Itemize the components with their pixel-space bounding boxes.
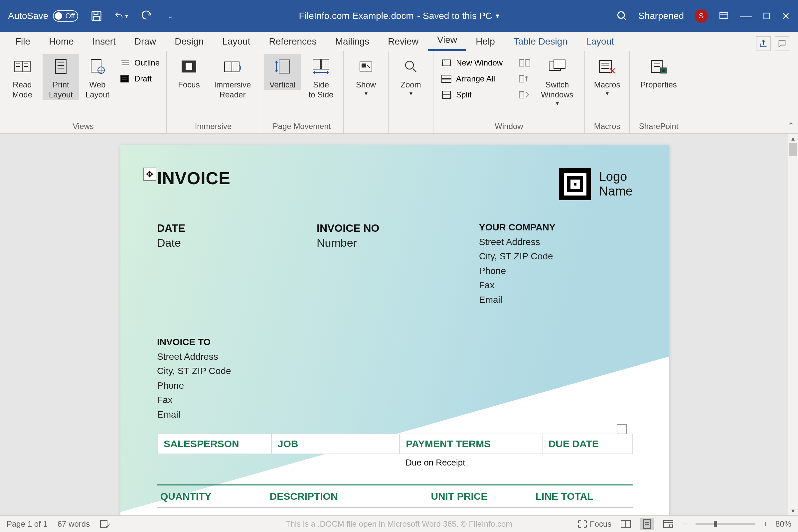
word-count[interactable]: 67 words xyxy=(58,519,90,529)
maximize-button[interactable] xyxy=(762,12,771,20)
properties-button[interactable]: S Properties xyxy=(634,54,684,90)
user-avatar[interactable]: S xyxy=(694,9,708,23)
web-layout-button[interactable]: Web Layout xyxy=(81,54,114,100)
invoice-meta-table[interactable]: SALESPERSON JOB PAYMENT TERMS DUE DATE D… xyxy=(157,434,633,471)
svg-rect-17 xyxy=(362,64,366,67)
company-address[interactable]: Street Address City, ST ZIP Code Phone F… xyxy=(479,235,633,307)
side-to-side-button[interactable]: Side to Side xyxy=(303,54,339,100)
qat-customize-icon[interactable]: ⌄ xyxy=(163,9,177,23)
autosave-label: AutoSave xyxy=(8,11,48,21)
autosave-control[interactable]: AutoSave Off xyxy=(8,10,78,22)
comments-icon[interactable] xyxy=(775,36,790,51)
switch-windows-icon xyxy=(546,56,568,77)
tab-help[interactable]: Help xyxy=(466,32,504,51)
group-macros: Macros ▾ Macros xyxy=(585,51,630,133)
svg-rect-19 xyxy=(442,60,450,66)
tab-table-design[interactable]: Table Design xyxy=(504,32,577,51)
zoom-out-button[interactable]: − xyxy=(683,519,688,529)
tab-layout[interactable]: Layout xyxy=(213,32,259,51)
table-resize-handle[interactable] xyxy=(617,424,627,434)
print-layout-icon xyxy=(50,56,72,77)
web-layout-view-button[interactable] xyxy=(661,518,675,530)
side-to-side-icon xyxy=(310,56,332,77)
outline-button[interactable]: Outline xyxy=(116,56,162,70)
company-logo-block[interactable]: Logo Name xyxy=(559,168,633,200)
invoice-no-value[interactable]: Number xyxy=(317,236,476,249)
line-items-table[interactable]: QUANTITY DESCRIPTION UNIT PRICE LINE TOT… xyxy=(157,484,633,508)
filename: FileInfo.com Example.docm xyxy=(299,11,413,21)
read-mode-view-button[interactable] xyxy=(619,518,633,530)
new-window-button[interactable]: New Window xyxy=(438,56,514,70)
zoom-value[interactable]: 80% xyxy=(775,519,791,529)
save-icon[interactable] xyxy=(90,9,104,23)
focus-mode-button[interactable]: Focus xyxy=(578,519,611,529)
switch-windows-button[interactable]: Switch Windows ▾ xyxy=(534,54,580,108)
arrange-all-icon xyxy=(440,74,453,84)
tab-mailings[interactable]: Mailings xyxy=(326,32,379,51)
ribbon-display-icon[interactable] xyxy=(719,11,729,21)
tab-design[interactable]: Design xyxy=(165,32,213,51)
sync-scrolling-button[interactable] xyxy=(516,72,532,86)
username[interactable]: Sharpened xyxy=(638,11,684,21)
tab-file[interactable]: File xyxy=(6,32,40,51)
title-center: FileInfo.com Example.docm - Saved to thi… xyxy=(299,11,499,21)
immersive-reader-button[interactable]: Immersive Reader xyxy=(209,54,256,100)
svg-rect-13 xyxy=(279,60,290,73)
svg-rect-29 xyxy=(599,60,611,73)
undo-icon[interactable]: ▾ xyxy=(114,9,128,23)
close-button[interactable]: ✕ xyxy=(782,10,790,22)
tab-layout-contextual[interactable]: Layout xyxy=(577,32,624,51)
invoice-title[interactable]: INVOICE xyxy=(157,168,559,188)
collapse-ribbon-icon[interactable]: ⌃ xyxy=(787,121,795,131)
print-layout-view-button[interactable] xyxy=(640,518,654,530)
titlebar-right: Sharpened S — ✕ xyxy=(616,9,790,23)
date-value[interactable]: Date xyxy=(157,236,317,249)
tab-draw[interactable]: Draw xyxy=(125,32,165,51)
draft-button[interactable]: Draft xyxy=(116,72,162,86)
vertical-scrollbar[interactable]: ▴ ▾ xyxy=(788,134,798,515)
zoom-slider[interactable] xyxy=(695,523,756,525)
zoom-slider-knob[interactable] xyxy=(714,521,717,527)
zoom-button[interactable]: Zoom ▾ xyxy=(392,54,429,97)
zoom-in-button[interactable]: + xyxy=(763,519,768,529)
split-button[interactable]: Split xyxy=(438,88,514,102)
document-area[interactable]: ✥ INVOICE Logo Name DATE Date xyxy=(0,134,788,515)
share-icon[interactable] xyxy=(756,36,771,51)
reset-window-button[interactable] xyxy=(516,88,532,102)
tab-insert[interactable]: Insert xyxy=(83,32,125,51)
tab-home[interactable]: Home xyxy=(40,32,83,51)
svg-rect-20 xyxy=(442,75,451,78)
scrollbar-thumb[interactable] xyxy=(789,143,797,156)
vertical-button[interactable]: Vertical xyxy=(264,54,301,90)
minimize-button[interactable]: — xyxy=(740,9,752,23)
table-row: SALESPERSON JOB PAYMENT TERMS DUE DATE xyxy=(157,434,632,454)
tab-view[interactable]: View xyxy=(428,31,466,51)
scrollbar-track[interactable] xyxy=(788,143,798,506)
group-page-movement: Vertical Side to Side Page Movement xyxy=(260,51,344,133)
redo-icon[interactable] xyxy=(139,9,153,23)
outline-icon xyxy=(118,58,131,68)
chevron-down-icon[interactable]: ▾ xyxy=(496,12,499,20)
web-layout-icon xyxy=(87,56,108,77)
view-side-by-side-button[interactable] xyxy=(516,56,532,70)
save-status[interactable]: - Saved to this PC xyxy=(417,11,492,21)
svg-rect-14 xyxy=(313,59,320,69)
tab-review[interactable]: Review xyxy=(378,32,428,51)
scroll-up-icon[interactable]: ▴ xyxy=(788,134,798,143)
print-layout-button[interactable]: Print Layout xyxy=(42,54,79,100)
macros-button[interactable]: Macros ▾ xyxy=(589,54,625,97)
search-icon[interactable] xyxy=(616,10,628,22)
spellcheck-icon[interactable] xyxy=(100,519,111,529)
focus-button[interactable]: Focus xyxy=(171,54,207,90)
arrange-all-button[interactable]: Arrange All xyxy=(438,72,514,86)
invoice-to-address[interactable]: Street Address City, ST ZIP Code Phone F… xyxy=(157,349,633,422)
document-page[interactable]: ✥ INVOICE Logo Name DATE Date xyxy=(120,145,669,515)
page-indicator[interactable]: Page 1 of 1 xyxy=(7,519,48,529)
svg-rect-10 xyxy=(121,75,129,82)
show-button[interactable]: Show ▾ xyxy=(348,54,384,97)
read-mode-button[interactable]: Read Mode xyxy=(4,54,41,100)
invoice-no-label: INVOICE NO xyxy=(317,222,476,234)
tab-references[interactable]: References xyxy=(259,32,326,51)
scroll-down-icon[interactable]: ▾ xyxy=(788,506,798,515)
autosave-toggle[interactable]: Off xyxy=(53,10,78,22)
